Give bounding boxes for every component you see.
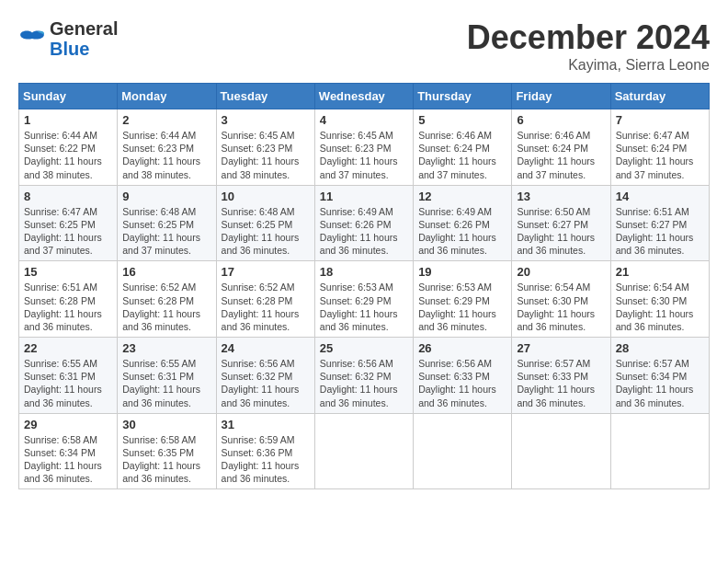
calendar-cell: 2Sunrise: 6:44 AM Sunset: 6:23 PM Daylig…	[118, 109, 216, 186]
calendar-cell: 11Sunrise: 6:49 AM Sunset: 6:26 PM Dayli…	[314, 185, 413, 261]
day-number: 3	[222, 113, 310, 127]
day-info: Sunrise: 6:56 AM Sunset: 6:33 PM Dayligh…	[418, 357, 506, 409]
day-info: Sunrise: 6:57 AM Sunset: 6:33 PM Dayligh…	[517, 357, 605, 409]
day-number: 17	[222, 265, 310, 279]
day-info: Sunrise: 6:47 AM Sunset: 6:25 PM Dayligh…	[24, 205, 112, 258]
day-info: Sunrise: 6:53 AM Sunset: 6:29 PM Dayligh…	[418, 281, 506, 333]
calendar-cell: 19Sunrise: 6:53 AM Sunset: 6:29 PM Dayli…	[414, 261, 512, 338]
day-of-week-header: Thursday	[414, 84, 512, 109]
day-number: 12	[418, 190, 506, 203]
day-info: Sunrise: 6:48 AM Sunset: 6:25 PM Dayligh…	[122, 205, 210, 258]
calendar-week-row: 29Sunrise: 6:58 AM Sunset: 6:34 PM Dayli…	[19, 413, 710, 489]
day-number: 20	[517, 265, 605, 279]
day-info: Sunrise: 6:44 AM Sunset: 6:23 PM Dayligh…	[122, 129, 210, 181]
logo-line1: General	[50, 18, 118, 39]
day-info: Sunrise: 6:53 AM Sunset: 6:29 PM Dayligh…	[320, 281, 408, 333]
day-number: 9	[122, 190, 210, 203]
day-number: 13	[517, 190, 605, 203]
day-number: 15	[24, 265, 112, 279]
day-number: 16	[122, 265, 210, 279]
calendar-cell: 10Sunrise: 6:48 AM Sunset: 6:25 PM Dayli…	[216, 185, 314, 261]
day-number: 27	[517, 341, 605, 355]
calendar-header-row: SundayMondayTuesdayWednesdayThursdayFrid…	[19, 84, 710, 109]
day-number: 11	[320, 190, 408, 203]
day-number: 1	[24, 113, 112, 127]
day-info: Sunrise: 6:59 AM Sunset: 6:36 PM Dayligh…	[222, 433, 310, 486]
calendar-cell: 27Sunrise: 6:57 AM Sunset: 6:33 PM Dayli…	[512, 338, 610, 414]
day-of-week-header: Sunday	[19, 84, 118, 109]
day-info: Sunrise: 6:54 AM Sunset: 6:30 PM Dayligh…	[616, 281, 704, 333]
header: General Blue December 2024 Kayima, Sierr…	[18, 18, 710, 74]
day-number: 14	[616, 190, 704, 203]
calendar-table: SundayMondayTuesdayWednesdayThursdayFrid…	[18, 83, 710, 489]
calendar-cell: 9Sunrise: 6:48 AM Sunset: 6:25 PM Daylig…	[118, 185, 216, 261]
calendar-cell: 30Sunrise: 6:58 AM Sunset: 6:35 PM Dayli…	[118, 413, 216, 489]
day-info: Sunrise: 6:46 AM Sunset: 6:24 PM Dayligh…	[517, 129, 605, 181]
calendar-week-row: 8Sunrise: 6:47 AM Sunset: 6:25 PM Daylig…	[19, 185, 710, 261]
calendar-cell: 18Sunrise: 6:53 AM Sunset: 6:29 PM Dayli…	[314, 261, 413, 338]
day-info: Sunrise: 6:55 AM Sunset: 6:31 PM Dayligh…	[122, 357, 210, 409]
day-info: Sunrise: 6:54 AM Sunset: 6:30 PM Dayligh…	[517, 281, 605, 333]
calendar-cell	[314, 413, 413, 489]
day-of-week-header: Monday	[118, 84, 216, 109]
calendar-cell: 13Sunrise: 6:50 AM Sunset: 6:27 PM Dayli…	[512, 185, 610, 261]
day-info: Sunrise: 6:50 AM Sunset: 6:27 PM Dayligh…	[517, 205, 605, 258]
calendar-cell: 14Sunrise: 6:51 AM Sunset: 6:27 PM Dayli…	[610, 185, 709, 261]
calendar-cell	[512, 413, 610, 489]
calendar-cell: 16Sunrise: 6:52 AM Sunset: 6:28 PM Dayli…	[118, 261, 216, 338]
logo-line2: Blue	[50, 39, 118, 59]
day-number: 2	[122, 113, 210, 127]
day-number: 10	[222, 190, 310, 203]
day-number: 23	[122, 341, 210, 355]
calendar-week-row: 22Sunrise: 6:55 AM Sunset: 6:31 PM Dayli…	[19, 338, 710, 414]
day-info: Sunrise: 6:46 AM Sunset: 6:24 PM Dayligh…	[418, 129, 506, 181]
calendar-cell: 8Sunrise: 6:47 AM Sunset: 6:25 PM Daylig…	[19, 185, 118, 261]
day-number: 7	[616, 113, 704, 127]
calendar-cell: 26Sunrise: 6:56 AM Sunset: 6:33 PM Dayli…	[414, 338, 512, 414]
day-info: Sunrise: 6:55 AM Sunset: 6:31 PM Dayligh…	[24, 357, 112, 409]
calendar-cell: 29Sunrise: 6:58 AM Sunset: 6:34 PM Dayli…	[19, 413, 118, 489]
day-info: Sunrise: 6:52 AM Sunset: 6:28 PM Dayligh…	[122, 281, 210, 333]
calendar-cell: 21Sunrise: 6:54 AM Sunset: 6:30 PM Dayli…	[610, 261, 709, 338]
day-info: Sunrise: 6:51 AM Sunset: 6:28 PM Dayligh…	[24, 281, 112, 333]
day-info: Sunrise: 6:58 AM Sunset: 6:34 PM Dayligh…	[24, 433, 112, 486]
calendar-cell: 17Sunrise: 6:52 AM Sunset: 6:28 PM Dayli…	[216, 261, 314, 338]
logo: General Blue	[18, 18, 118, 59]
calendar-cell: 12Sunrise: 6:49 AM Sunset: 6:26 PM Dayli…	[414, 185, 512, 261]
calendar-cell: 1Sunrise: 6:44 AM Sunset: 6:22 PM Daylig…	[19, 109, 118, 186]
calendar-cell: 31Sunrise: 6:59 AM Sunset: 6:36 PM Dayli…	[216, 413, 314, 489]
day-info: Sunrise: 6:48 AM Sunset: 6:25 PM Dayligh…	[222, 205, 310, 258]
day-number: 5	[418, 113, 506, 127]
day-number: 29	[24, 418, 112, 431]
calendar-cell: 7Sunrise: 6:47 AM Sunset: 6:24 PM Daylig…	[610, 109, 709, 186]
day-number: 28	[616, 341, 704, 355]
calendar-cell: 5Sunrise: 6:46 AM Sunset: 6:24 PM Daylig…	[414, 109, 512, 186]
calendar-cell: 23Sunrise: 6:55 AM Sunset: 6:31 PM Dayli…	[118, 338, 216, 414]
calendar-cell: 25Sunrise: 6:56 AM Sunset: 6:32 PM Dayli…	[314, 338, 413, 414]
day-number: 4	[320, 113, 408, 127]
calendar-cell: 22Sunrise: 6:55 AM Sunset: 6:31 PM Dayli…	[19, 338, 118, 414]
title-area: December 2024 Kayima, Sierra Leone	[467, 18, 710, 74]
calendar-cell: 3Sunrise: 6:45 AM Sunset: 6:23 PM Daylig…	[216, 109, 314, 186]
day-number: 30	[122, 418, 210, 431]
day-info: Sunrise: 6:56 AM Sunset: 6:32 PM Dayligh…	[222, 357, 310, 409]
day-number: 8	[24, 190, 112, 203]
day-of-week-header: Tuesday	[216, 84, 314, 109]
calendar-week-row: 15Sunrise: 6:51 AM Sunset: 6:28 PM Dayli…	[19, 261, 710, 338]
day-number: 24	[222, 341, 310, 355]
day-info: Sunrise: 6:57 AM Sunset: 6:34 PM Dayligh…	[616, 357, 704, 409]
day-number: 19	[418, 265, 506, 279]
day-number: 18	[320, 265, 408, 279]
day-number: 22	[24, 341, 112, 355]
day-of-week-header: Friday	[512, 84, 610, 109]
calendar-cell: 20Sunrise: 6:54 AM Sunset: 6:30 PM Dayli…	[512, 261, 610, 338]
day-info: Sunrise: 6:51 AM Sunset: 6:27 PM Dayligh…	[616, 205, 704, 258]
calendar-cell: 24Sunrise: 6:56 AM Sunset: 6:32 PM Dayli…	[216, 338, 314, 414]
day-number: 31	[222, 418, 310, 431]
day-number: 25	[320, 341, 408, 355]
day-of-week-header: Saturday	[610, 84, 709, 109]
calendar-cell	[414, 413, 512, 489]
calendar-week-row: 1Sunrise: 6:44 AM Sunset: 6:22 PM Daylig…	[19, 109, 710, 186]
day-info: Sunrise: 6:49 AM Sunset: 6:26 PM Dayligh…	[418, 205, 506, 258]
day-info: Sunrise: 6:49 AM Sunset: 6:26 PM Dayligh…	[320, 205, 408, 258]
